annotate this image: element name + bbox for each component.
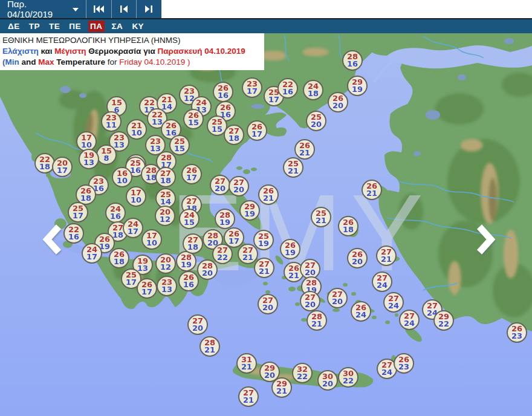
temp-bubble: 2012 <box>155 206 175 226</box>
next-day-button[interactable] <box>136 0 161 18</box>
min-temp-value: 15 <box>188 119 199 127</box>
first-day-button[interactable] <box>86 0 111 18</box>
min-temp-value: 21 <box>288 167 299 175</box>
temp-bubble: 2718 <box>224 125 244 145</box>
temp-bubble: 2819 <box>215 209 235 229</box>
temp-bubble: 2621 <box>258 184 279 205</box>
temp-bubble: 2724 <box>372 271 392 292</box>
min-temp-value: 17 <box>247 88 258 96</box>
min-temp-value: 10 <box>131 197 141 204</box>
temp-bubble: 2317 <box>242 77 262 98</box>
temp-bubble: 2821 <box>199 336 220 357</box>
min-temp-value: 10 <box>131 129 142 137</box>
min-temp-value: 16 <box>347 60 358 68</box>
temp-bubble: 2720 <box>187 314 208 335</box>
temp-bubble: 2921 <box>271 377 292 398</box>
temp-bubble: 2623 <box>394 353 414 374</box>
day-tab-ΤΕ[interactable]: ΤΕ <box>47 21 62 32</box>
min-temp-value: 21 <box>259 268 270 276</box>
min-temp-value: 18 <box>112 232 123 239</box>
temp-bubble: 2720 <box>229 176 249 197</box>
min-temp-value: 20 <box>322 380 333 388</box>
min-temp-value: 21 <box>381 256 392 264</box>
min-temp-value: 13 <box>114 141 125 149</box>
day-tab-ΣΑ[interactable]: ΣΑ <box>110 21 125 32</box>
day-tab-ΚΥ[interactable]: ΚΥ <box>130 21 146 32</box>
temp-bubble: 3022 <box>338 367 358 388</box>
temp-bubble: 1913 <box>79 149 99 169</box>
previous-icon <box>120 5 128 13</box>
temp-bubble: 2721 <box>238 386 259 407</box>
min-temp-value: 21 <box>288 272 299 280</box>
min-temp-value: 21 <box>366 190 377 198</box>
temp-bubble: 158 <box>96 145 117 165</box>
temperature-map: ΕΜΥ 156231121102213211422132616171023131… <box>0 33 532 416</box>
day-tab-ΤΡ[interactable]: ΤΡ <box>27 21 42 32</box>
temp-bubble: 2623 <box>507 322 527 343</box>
temp-bubble: 2820 <box>197 259 218 280</box>
min-temp-value: 10 <box>146 239 157 247</box>
min-temp-value: 16 <box>282 88 293 96</box>
min-temp-value: 17 <box>186 174 197 182</box>
min-temp-value: 19 <box>352 86 363 94</box>
temp-bubble: 2722 <box>212 244 233 264</box>
min-temp-value: 20 <box>202 270 213 278</box>
min-temp-value: 16 <box>183 281 194 289</box>
day-tab-ΠΑ[interactable]: ΠΑ <box>88 21 105 32</box>
chevron-right-icon <box>475 224 496 255</box>
min-temp-value: 17 <box>141 288 152 296</box>
min-temp-value: 21 <box>316 217 326 225</box>
header-text-segment: Μέγιστη <box>54 47 86 56</box>
temp-bubble: 2721 <box>254 258 274 278</box>
min-temp-value: 17 <box>268 96 279 104</box>
min-temp-value: 20 <box>311 121 322 129</box>
previous-map-arrow[interactable] <box>42 224 63 255</box>
temp-bubble: 2720 <box>327 288 348 308</box>
temp-bubble: 2919 <box>347 76 368 96</box>
temp-bubble: 2621 <box>362 180 382 200</box>
header-text-segment: και <box>39 47 55 56</box>
title-english: (Min and Max Temperature for Friday 04.1… <box>2 57 259 68</box>
toolbar-blue-area: Παρ. 04/10/2019 <box>0 0 161 18</box>
temp-bubble: 2216 <box>63 223 84 244</box>
min-temp-value: 24 <box>404 320 415 328</box>
temp-bubble: 2718 <box>155 167 176 187</box>
min-temp-value: 17 <box>73 212 83 220</box>
next-map-arrow[interactable] <box>475 224 496 255</box>
min-temp-value: 24 <box>355 311 366 319</box>
temp-bubble: 1710 <box>126 186 146 207</box>
temp-bubble: 2415 <box>179 209 199 229</box>
min-temp-value: 18 <box>187 244 198 252</box>
header-text-segment: Friday 04.10.2019 ) <box>119 57 190 67</box>
min-temp-value: 13 <box>83 159 94 167</box>
min-temp-value: 20 <box>332 102 343 110</box>
header-text-segment: Max <box>38 57 54 67</box>
header-text-segment: Ελάχιστη <box>2 47 39 56</box>
temp-bubble: 2216 <box>277 78 298 99</box>
previous-day-button[interactable] <box>111 0 137 18</box>
temp-bubble: 2418 <box>303 80 323 100</box>
temp-bubble: 2821 <box>307 310 327 331</box>
header-text-segment: Temperature <box>54 57 108 67</box>
min-temp-value: 18 <box>80 195 91 203</box>
min-temp-value: 13 <box>137 265 148 273</box>
temp-bubble: 3121 <box>236 353 257 374</box>
temp-bubble: 2720 <box>300 291 320 311</box>
temp-bubble: 2416 <box>105 203 126 223</box>
min-temp-value: 16 <box>110 213 121 221</box>
min-temp-value: 20 <box>352 258 363 266</box>
min-temp-value: 18 <box>114 258 125 266</box>
min-temp-value: 10 <box>81 141 92 149</box>
day-tab-ΔΕ[interactable]: ΔΕ <box>6 21 22 32</box>
min-temp-value: 8 <box>103 155 109 163</box>
header-text-segment: and <box>19 57 39 67</box>
map-header-box: ΕΘΝΙΚΗ ΜΕΤΕΩΡΟΛΟΓΙΚΗ ΥΠΗΡΕΣΙΑ (HNMS) Ελά… <box>0 33 264 70</box>
temp-bubble: 2922 <box>433 310 454 331</box>
chevron-down-icon <box>73 8 79 11</box>
temp-bubble: 2621 <box>294 139 315 160</box>
date-dropdown-button[interactable]: Παρ. 04/10/2019 <box>0 0 86 18</box>
temp-bubble: 3020 <box>317 370 338 391</box>
temp-bubble: 2720 <box>210 175 230 195</box>
day-tab-ΠΕ[interactable]: ΠΕ <box>67 21 83 32</box>
chevron-left-icon <box>42 224 63 255</box>
